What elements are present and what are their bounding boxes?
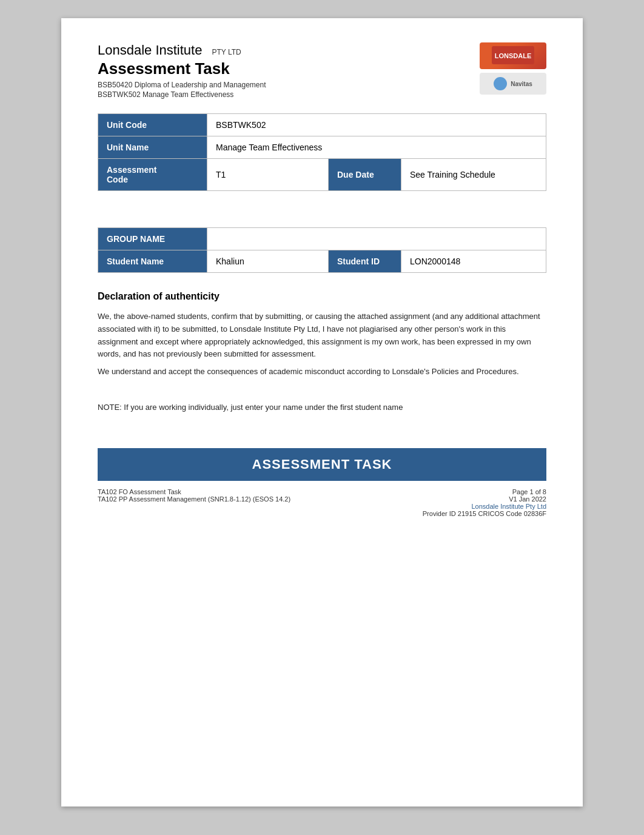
assessment-code-row: Assessment Code T1 Due Date See Training…: [98, 159, 546, 191]
declaration-title: Declaration of authenticity: [98, 291, 546, 302]
due-date-label: Due Date: [329, 159, 401, 191]
assessment-code-value: T1: [207, 159, 329, 191]
diploma-line: BSB50420 Diploma of Leadership and Manag…: [98, 81, 266, 89]
unit-info-table: Unit Code BSBTWK502 Unit Name Manage Tea…: [98, 113, 546, 191]
unit-line: BSBTWK502 Manage Team Effectiveness: [98, 90, 266, 99]
unit-code-value: BSBTWK502: [207, 114, 546, 136]
footer-left: TA102 FO Assessment Task TA102 PP Assess…: [98, 488, 290, 517]
footer-right: Page 1 of 8 V1 Jan 2022 Lonsdale Institu…: [423, 488, 546, 517]
logo-box1-inner: LONSDALE: [492, 46, 534, 65]
logo-text2: Navitas: [511, 81, 532, 87]
footer-left-line2: TA102 PP Assessment Management (SNR1.8-1…: [98, 495, 290, 503]
assessment-banner: ASSESSMENT TASK: [98, 448, 546, 481]
page: Lonsdale Institute PTY LTD Assessment Ta…: [61, 18, 583, 806]
footer-right-line4: Provider ID 21915 CRICOS Code 02836F: [423, 510, 546, 517]
student-id-label: Student ID: [329, 250, 401, 273]
pty-ltd: PTY LTD: [212, 48, 241, 56]
declaration-paragraph1: We, the above-named students, confirm th…: [98, 310, 546, 361]
student-id-value: LON2000148: [401, 250, 546, 273]
declaration-paragraph2: We understand and accept the consequence…: [98, 366, 546, 378]
footer-right-line2: V1 Jan 2022: [423, 495, 546, 503]
group-name-label: GROUP NAME: [98, 228, 207, 250]
unit-code-label: Unit Code: [98, 114, 207, 136]
student-name-label: Student Name: [98, 250, 207, 273]
logo-box2: Navitas: [480, 73, 546, 95]
group-name-row: GROUP NAME: [98, 228, 546, 250]
institute-name: Lonsdale Institute: [98, 42, 202, 58]
declaration-section: Declaration of authenticity We, the abov…: [98, 291, 546, 412]
footer: TA102 FO Assessment Task TA102 PP Assess…: [98, 488, 546, 517]
student-info-table: GROUP NAME Student Name Khaliun Student …: [98, 227, 546, 273]
due-date-value: See Training Schedule: [401, 159, 546, 191]
note-text: NOTE: If you are working individually, j…: [98, 403, 546, 412]
header-left: Lonsdale Institute PTY LTD Assessment Ta…: [98, 42, 266, 99]
logo-box1: LONSDALE: [480, 42, 546, 69]
header: Lonsdale Institute PTY LTD Assessment Ta…: [98, 42, 546, 99]
footer-left-line1: TA102 FO Assessment Task: [98, 488, 290, 495]
assessment-code-label: Assessment Code: [98, 159, 207, 191]
unit-code-row: Unit Code BSBTWK502: [98, 114, 546, 136]
logo-circle: [494, 77, 507, 90]
student-name-value: Khaliun: [207, 250, 329, 273]
unit-name-label: Unit Name: [98, 136, 207, 159]
unit-name-row: Unit Name Manage Team Effectiveness: [98, 136, 546, 159]
footer-right-line1: Page 1 of 8: [423, 488, 546, 495]
footer-right-line3: Lonsdale Institute Pty Ltd: [423, 503, 546, 510]
group-name-value: [207, 228, 546, 250]
unit-name-value: Manage Team Effectiveness: [207, 136, 546, 159]
svg-text:LONSDALE: LONSDALE: [495, 52, 532, 59]
assessment-task-heading: Assessment Task: [98, 59, 266, 78]
header-logo: LONSDALE Navitas: [480, 42, 546, 95]
student-name-row: Student Name Khaliun Student ID LON20001…: [98, 250, 546, 273]
